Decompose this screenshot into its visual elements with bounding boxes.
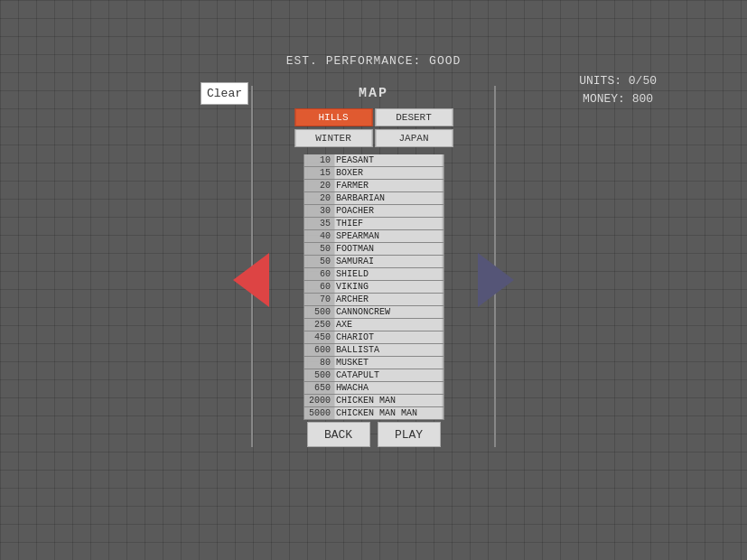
list-item[interactable]: 2000CHICKEN MAN [303,395,444,407]
list-item[interactable]: 40SPEARMAN [303,230,444,243]
list-item[interactable]: 15BOXER [303,167,444,180]
map-btn-japan[interactable]: JAPAN [375,129,453,147]
list-item[interactable]: 50SAMURAI [303,256,444,268]
list-item[interactable]: 450CHARIOT [303,331,444,344]
list-item[interactable]: 30POACHER [303,205,444,218]
list-item[interactable]: 80MUSKET [303,357,444,369]
list-item[interactable]: 500CANNONCREW [303,306,444,319]
play-button[interactable]: PLAY [378,422,441,447]
map-btn-desert[interactable]: DESERT [375,108,453,126]
list-item[interactable]: 20FARMER [303,180,444,192]
list-item[interactable]: 35THIEF [303,218,444,230]
right-arrow[interactable] [478,253,514,307]
list-item[interactable]: 20BARBARIAN [303,192,444,205]
list-item[interactable]: 60SHIELD [303,268,444,281]
list-item[interactable]: 10PEASANT [303,154,444,167]
list-item[interactable]: 650HWACHA [303,382,444,395]
map-btn-hills[interactable]: HILLS [294,108,372,126]
units-label: UNITS: 0/50 [579,72,657,90]
list-item[interactable]: 600BALLISTA [303,344,444,357]
map-buttons: HILLS DESERT WINTER JAPAN [294,108,453,147]
list-item[interactable]: 500CATAPULT [303,369,444,382]
map-label: MAP [359,86,388,101]
back-button[interactable]: BACK [307,422,370,447]
list-item[interactable]: 70ARCHER [303,294,444,306]
map-btn-winter[interactable]: WINTER [294,129,372,147]
money-label: MONEY: 800 [579,90,657,108]
list-item[interactable]: 60VIKING [303,281,444,294]
clear-button[interactable]: Clear [201,82,248,105]
list-item[interactable]: 5000CHICKEN MAN MAN [303,407,444,420]
units-list: 10PEASANT15BOXER20FARMER20BARBARIAN30POA… [303,154,444,420]
list-item[interactable]: 50FOOTMAN [303,243,444,256]
performance-label: EST. PERFORMANCE: GOOD [286,54,462,68]
list-item[interactable]: 250AXE [303,319,444,331]
left-arrow[interactable] [233,253,269,307]
